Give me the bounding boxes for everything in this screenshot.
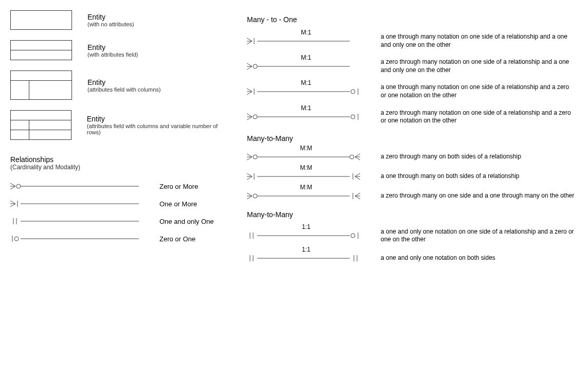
section-title: Many - to - One	[247, 15, 578, 24]
svg-line-64	[355, 193, 360, 196]
svg-point-14	[14, 237, 19, 241]
svg-line-49	[247, 173, 252, 176]
entity-sub: (with no attributes)	[87, 21, 134, 27]
svg-point-24	[253, 64, 257, 68]
cardinality-desc: a one through many on both sides of a re…	[381, 172, 520, 181]
svg-line-59	[247, 196, 252, 199]
svg-point-70	[351, 234, 355, 238]
entity-no-attributes: Entity (with no attributes)	[10, 10, 231, 30]
cardinality-desc: a one through many notation on one side …	[381, 83, 576, 99]
svg-line-26	[247, 88, 252, 92]
cardinality-ratio: 1:1	[302, 246, 311, 253]
svg-point-3	[16, 184, 21, 188]
svg-line-56	[355, 176, 360, 180]
cardinality-ratio: M:M	[300, 164, 312, 171]
svg-line-0	[10, 183, 15, 186]
svg-line-33	[247, 114, 252, 117]
relationship-one_only: One and only One	[10, 216, 231, 226]
svg-line-6	[10, 204, 15, 207]
cardinality-row: M:M a zero through many on both sides of…	[247, 152, 578, 162]
svg-line-40	[247, 154, 252, 157]
svg-line-46	[355, 154, 360, 157]
cardinality-desc: a one through many notation on one side …	[381, 33, 576, 49]
entity-sub: (with attributes field)	[87, 51, 138, 58]
cardinality-row: M:1 a one through many notation on one s…	[247, 33, 578, 49]
svg-point-61	[253, 194, 257, 198]
cardinality-desc: a zero through many notation on one side…	[381, 109, 576, 125]
cardinality-desc: a zero through many on one side and a on…	[381, 192, 574, 200]
svg-point-38	[351, 115, 355, 119]
cardinality-desc: a one and only one notation on both side…	[381, 254, 495, 262]
relationships-sub: (Cardinality and Modality)	[10, 164, 231, 171]
entity-sub: (attributes field with columns and varia…	[87, 123, 231, 135]
svg-line-34	[247, 117, 252, 120]
entity-title: Entity	[87, 78, 161, 86]
entity-sub: (attributes field with columns)	[87, 86, 161, 93]
svg-line-1	[10, 186, 15, 189]
section-title: Many-to-Many	[247, 134, 578, 143]
relationship-zero_or_more: Zero or More	[10, 181, 231, 191]
svg-point-31	[351, 90, 355, 94]
svg-line-21	[247, 63, 252, 66]
section-title: Many-to-Many	[247, 210, 578, 219]
svg-line-50	[247, 176, 252, 180]
relationship-zero_or_one: Zero or One	[10, 234, 231, 244]
svg-line-22	[247, 66, 252, 69]
cardinality-desc: a zero through many on both sides of a r…	[381, 153, 521, 161]
cardinality-row: M:1 a one through many notation on one s…	[247, 83, 578, 99]
cardinality-ratio: M:1	[301, 79, 311, 86]
cardinality-ratio: M:M	[300, 184, 312, 191]
entity-columns: Entity (attributes field with columns)	[10, 70, 231, 100]
svg-point-45	[350, 155, 354, 159]
svg-line-58	[247, 193, 252, 196]
svg-line-17	[247, 41, 252, 44]
cardinality-ratio: M:M	[300, 145, 312, 152]
cardinality-ratio: M:1	[301, 54, 311, 61]
entity-title: Entity	[87, 13, 134, 21]
relationship-label: One or More	[159, 200, 197, 208]
cardinality-ratio: M:1	[301, 29, 311, 36]
cardinality-desc: a zero through many notation on one side…	[381, 58, 576, 74]
entity-title: Entity	[87, 115, 231, 123]
svg-line-47	[355, 157, 360, 160]
cardinality-row: 1:1 a one and only one notation on one s…	[247, 228, 578, 244]
svg-line-55	[355, 173, 360, 176]
svg-line-16	[247, 38, 252, 41]
svg-point-43	[253, 155, 257, 159]
relationship-one_or_more: One or More	[10, 199, 231, 209]
cardinality-row: M:M a zero through many on one side and …	[247, 191, 578, 201]
cardinality-ratio: 1:1	[302, 223, 311, 230]
relationship-label: Zero or More	[159, 183, 198, 190]
svg-line-41	[247, 157, 252, 160]
svg-line-5	[10, 201, 15, 204]
relationships-heading: Relationships	[10, 155, 231, 164]
entity-with-attributes: Entity (with attributes field)	[10, 40, 231, 60]
cardinality-row: M:1 a zero through many notation on one …	[247, 58, 578, 74]
svg-line-27	[247, 92, 252, 95]
cardinality-desc: a one and only one notation on one side …	[381, 228, 576, 244]
cardinality-row: 1:1 a one and only one notation on both …	[247, 253, 578, 263]
relationship-label: One and only One	[159, 218, 214, 225]
entity-title: Entity	[87, 43, 138, 51]
svg-point-36	[253, 115, 257, 119]
svg-line-65	[355, 196, 360, 199]
cardinality-ratio: M:1	[301, 104, 311, 112]
cardinality-row: M:M a one through many on both sides of …	[247, 171, 578, 182]
entity-columns-rows: Entity (attributes field with columns an…	[10, 110, 231, 140]
cardinality-row: M:1 a zero through many notation on one …	[247, 109, 578, 125]
relationship-label: Zero or One	[159, 235, 195, 243]
